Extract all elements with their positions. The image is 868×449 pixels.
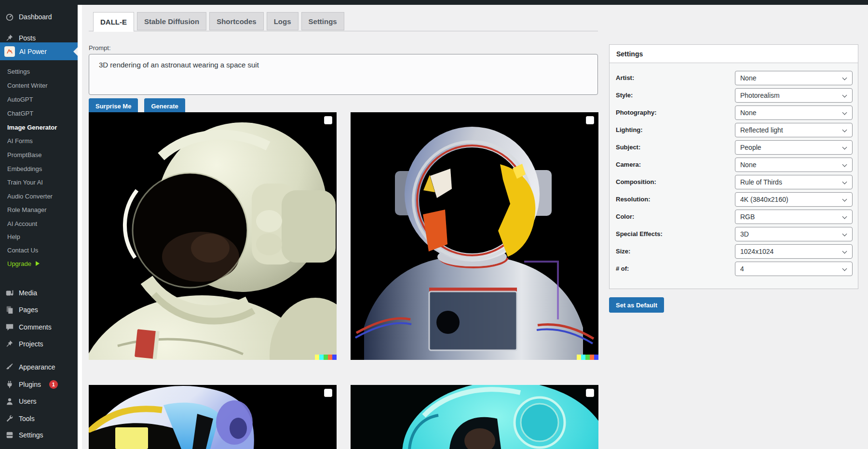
wordpress-admin-page: Dashboard Posts AI Power Settings Conten… (0, 0, 868, 449)
special-effects-select[interactable]: 3D (735, 227, 853, 241)
sidebar-item-tools[interactable]: Tools (0, 411, 78, 426)
style-label: Style: (616, 88, 732, 103)
image-select-checkbox[interactable] (586, 116, 594, 124)
generated-image-2[interactable] (351, 112, 598, 360)
image-select-checkbox[interactable] (324, 389, 332, 397)
sidebar-item-label: Appearance (19, 363, 55, 371)
submenu-item-embeddings[interactable]: Embeddings (0, 162, 78, 175)
select-value: None (740, 109, 756, 117)
select-value: RGB (740, 213, 755, 221)
select-value: Photorealism (740, 92, 780, 99)
dashboard-icon (5, 13, 14, 21)
tab-stable-diffusion[interactable]: Stable Diffusion (137, 12, 206, 30)
surprise-me-button[interactable]: Surprise Me (89, 98, 138, 114)
prompt-input[interactable]: 3D rendering of an astronaut wearing a s… (89, 54, 598, 95)
comment-bubble-icon (5, 323, 14, 331)
submenu-item-ai-account[interactable]: AI Account (0, 217, 78, 230)
tab-label: DALL-E (100, 18, 127, 26)
subject-select[interactable]: People (735, 140, 853, 155)
generator-tab-bar: DALL-E Stable Diffusion Shortcodes Logs … (93, 12, 344, 32)
astronaut-cyan-helmet-graphic (351, 385, 598, 449)
tab-logs[interactable]: Logs (267, 12, 298, 30)
sidebar-item-ai-power[interactable]: AI Power (0, 42, 78, 60)
pin-icon (5, 340, 14, 348)
submenu-item-ai-forms[interactable]: AI Forms (0, 134, 78, 147)
sidebar-item-comments[interactable]: Comments (0, 320, 78, 334)
generated-image-4[interactable] (351, 385, 598, 449)
submenu-item-contact-us[interactable]: Contact Us (0, 244, 78, 256)
submenu-label: PromptBase (7, 151, 42, 158)
submenu-item-promptbase[interactable]: PromptBase (0, 148, 78, 161)
count-select[interactable]: 4 (735, 262, 853, 276)
upgrade-arrow-icon (36, 261, 40, 266)
submenu-label: ChatGPT (7, 110, 33, 117)
generate-button[interactable]: Generate (144, 98, 185, 114)
sidebar-item-label: Media (19, 289, 37, 297)
sidebar-item-appearance[interactable]: Appearance (0, 360, 78, 374)
sidebar-item-pages[interactable]: Pages (0, 303, 78, 317)
sidebar-item-label: Dashboard (19, 13, 52, 21)
resolution-select[interactable]: 4K (3840x2160) (735, 192, 853, 207)
astronaut-gold-blue-visor-graphic (89, 385, 337, 449)
sidebar-item-plugins[interactable]: Plugins 1 (0, 377, 78, 392)
submenu-label: Embeddings (7, 165, 42, 172)
chevron-down-icon (842, 249, 847, 254)
submenu-item-upgrade[interactable]: Upgrade (0, 257, 78, 270)
sidebar-item-dashboard[interactable]: Dashboard (0, 10, 78, 24)
submenu-item-role-manager[interactable]: Role Manager (0, 203, 78, 216)
sidebar-item-media[interactable]: Media (0, 286, 78, 300)
photography-label: Photography: (616, 106, 732, 120)
generated-image-3[interactable] (89, 385, 337, 449)
submenu-item-help[interactable]: Help (0, 230, 78, 243)
artist-select[interactable]: None (735, 71, 853, 85)
dalle-watermark (577, 355, 598, 360)
media-icon (5, 289, 14, 297)
chevron-down-icon (842, 162, 847, 167)
user-icon (5, 397, 14, 406)
current-menu-arrow-icon (73, 47, 78, 56)
tab-shortcodes[interactable]: Shortcodes (209, 12, 264, 30)
tab-settings[interactable]: Settings (301, 12, 344, 30)
generated-image-1[interactable] (89, 112, 337, 360)
lighting-select[interactable]: Reflected light (735, 123, 853, 137)
sidebar-item-label: Projects (19, 340, 43, 348)
sidebar-item-users[interactable]: Users (0, 394, 78, 409)
plugins-update-badge: 1 (49, 380, 58, 389)
submenu-item-settings[interactable]: Settings (0, 65, 78, 78)
camera-select[interactable]: None (735, 158, 853, 172)
submenu-label: Contact Us (7, 247, 38, 254)
submenu-item-image-generator[interactable]: Image Generator (0, 121, 78, 133)
pin-icon (5, 34, 14, 42)
submenu-label: Content Writer (7, 82, 48, 89)
sidebar-item-label: AI Power (19, 48, 47, 55)
photography-select[interactable]: None (735, 106, 853, 120)
set-as-default-button[interactable]: Set as Default (609, 297, 664, 313)
color-select[interactable]: RGB (735, 210, 853, 224)
tab-dall-e[interactable]: DALL-E (93, 12, 134, 32)
submenu-item-content-writer[interactable]: Content Writer (0, 79, 78, 92)
style-select[interactable]: Photorealism (735, 88, 853, 103)
chevron-down-icon (842, 232, 847, 237)
sidebar-item-projects[interactable]: Projects (0, 337, 78, 351)
sidebar-item-label: Plugins (19, 381, 41, 388)
submenu-item-train-your-ai[interactable]: Train Your AI (0, 176, 78, 188)
plug-icon (5, 380, 14, 389)
image-select-checkbox[interactable] (324, 116, 332, 124)
submenu-item-autogpt[interactable]: AutoGPT (0, 93, 78, 106)
chevron-down-icon (842, 145, 847, 150)
chevron-down-icon (842, 93, 847, 98)
size-select[interactable]: 1024x1024 (735, 244, 853, 259)
composition-select[interactable]: Rule of Thirds (735, 175, 853, 189)
dalle-watermark (315, 355, 337, 360)
submenu-item-chatgpt[interactable]: ChatGPT (0, 107, 78, 119)
select-value: 4 (740, 265, 744, 273)
submenu-label: AutoGPT (7, 96, 33, 103)
sidebar-item-label: Users (19, 397, 37, 405)
image-select-checkbox[interactable] (586, 389, 594, 397)
composition-label: Composition: (616, 175, 732, 189)
astronaut-cream-graphic (89, 112, 337, 360)
submenu-item-audio-converter[interactable]: Audio Converter (0, 190, 78, 202)
sidebar-item-settings[interactable]: Settings (0, 428, 78, 442)
wrench-icon (5, 414, 14, 423)
select-value: Rule of Thirds (740, 178, 782, 186)
